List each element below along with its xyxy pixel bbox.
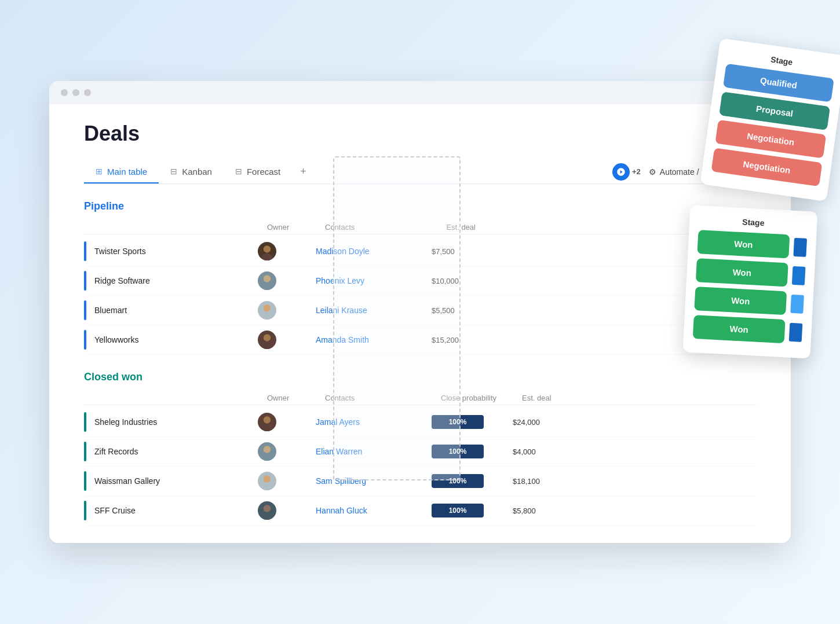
closed-won-title: Closed won bbox=[84, 371, 756, 383]
svg-point-6 bbox=[264, 334, 271, 341]
table-row: Waissman Gallery Sam Spillberg 100% $18,… bbox=[84, 467, 756, 496]
svg-point-10 bbox=[264, 446, 271, 453]
contact-cell[interactable]: Elian Warren bbox=[316, 446, 432, 457]
row-indicator bbox=[84, 330, 86, 350]
closed-table-header: Owner Contacts Close probability Est. de… bbox=[84, 391, 756, 405]
svg-point-4 bbox=[264, 304, 271, 311]
row-indicator-teal bbox=[84, 501, 86, 520]
avatar bbox=[258, 301, 276, 320]
row-indicator bbox=[84, 300, 86, 320]
pipeline-table-header: Owner Contacts Est. deal bbox=[84, 221, 756, 234]
closed-won-section: Closed won Owner Contacts Close probabil… bbox=[84, 371, 756, 526]
svg-point-12 bbox=[264, 475, 271, 482]
kanban-icon: ⊟ bbox=[170, 167, 177, 176]
svg-point-11 bbox=[261, 454, 273, 461]
forecast-icon: ⊟ bbox=[235, 167, 242, 176]
est-deal-cell: $5,800 bbox=[513, 505, 547, 516]
avatar bbox=[258, 331, 276, 349]
browser-dot-green bbox=[84, 89, 91, 96]
row-indicator-teal bbox=[84, 412, 86, 432]
est-deal-cell: $7,500 bbox=[432, 246, 466, 256]
est-deal-cell: $10,000 bbox=[432, 276, 466, 286]
table-row: Twister Sports Madison Doyle $7,500 bbox=[84, 237, 756, 266]
avatar bbox=[258, 242, 276, 260]
won-btn-1[interactable]: Won bbox=[697, 230, 790, 258]
row-indicator bbox=[84, 271, 86, 291]
contact-cell[interactable]: Leilani Krause bbox=[316, 305, 432, 315]
row-name-cell: Yellowworks bbox=[84, 330, 258, 350]
stage-dropdown-top[interactable]: Stage Qualified Proposal Negotiation Neg… bbox=[700, 38, 840, 201]
automate-icon: ⚙ bbox=[649, 167, 656, 177]
tab-forecast[interactable]: ⊟ Forecast bbox=[224, 161, 292, 183]
row-indicator-teal bbox=[84, 471, 86, 491]
svg-point-1 bbox=[261, 254, 273, 260]
probability-cell: 100% bbox=[432, 415, 513, 429]
owner-cell bbox=[258, 301, 316, 320]
page-title: Deals bbox=[84, 122, 756, 146]
contact-cell[interactable]: Amanda Smith bbox=[316, 335, 432, 345]
won-dropdown-label: Stage bbox=[699, 215, 808, 230]
contact-cell[interactable]: Jamal Ayers bbox=[316, 417, 432, 427]
est-deal-cell: $4,000 bbox=[513, 446, 547, 457]
avatar bbox=[258, 501, 276, 520]
owner-cell bbox=[258, 242, 316, 260]
stage-bar-3 bbox=[790, 294, 804, 313]
svg-point-5 bbox=[261, 313, 273, 320]
contact-cell[interactable]: Madison Doyle bbox=[316, 246, 432, 256]
row-name-cell: Ridge Software bbox=[84, 271, 258, 291]
tab-kanban[interactable]: ⊟ Kanban bbox=[159, 161, 224, 183]
badge-blue bbox=[612, 163, 630, 181]
table-icon: ⊞ bbox=[96, 167, 103, 176]
browser-content: Deals ⊞ Main table ⊟ Kanban ⊟ Forecast + bbox=[49, 104, 791, 543]
won-dropdown[interactable]: Stage Won Won Won Won bbox=[683, 205, 818, 358]
owner-cell bbox=[258, 442, 316, 461]
row-name-cell: SFF Cruise bbox=[84, 501, 258, 520]
row-name-cell: Zift Records bbox=[84, 442, 258, 461]
row-name-cell: Twister Sports bbox=[84, 241, 258, 261]
svg-point-13 bbox=[261, 483, 273, 490]
add-tab-button[interactable]: + bbox=[292, 160, 315, 183]
table-row: Zift Records Elian Warren 100% $4,000 bbox=[84, 437, 756, 467]
owner-cell bbox=[258, 501, 316, 520]
pipeline-title: Pipeline bbox=[84, 200, 756, 212]
probability-cell: 100% bbox=[432, 445, 513, 458]
browser-window: Deals ⊞ Main table ⊟ Kanban ⊟ Forecast + bbox=[49, 81, 791, 543]
owner-cell bbox=[258, 472, 316, 490]
won-row-2: Won bbox=[696, 258, 806, 288]
avatar bbox=[258, 271, 276, 290]
table-row: Bluemart Leilani Krause $5,500 bbox=[84, 296, 756, 325]
won-row-4: Won bbox=[693, 315, 803, 344]
won-btn-3[interactable]: Won bbox=[694, 287, 787, 315]
row-name-cell: Sheleg Industries bbox=[84, 412, 258, 432]
table-row: Yellowworks Amanda Smith $15,200 bbox=[84, 325, 756, 355]
table-row: Ridge Software Phoenix Levy $10,000 bbox=[84, 266, 756, 296]
contact-cell[interactable]: Sam Spillberg bbox=[316, 476, 432, 486]
tab-main-table[interactable]: ⊞ Main table bbox=[84, 161, 159, 183]
est-deal-cell: $24,000 bbox=[513, 417, 547, 427]
won-btn-2[interactable]: Won bbox=[696, 258, 788, 287]
svg-point-7 bbox=[261, 342, 273, 349]
stage-bar-4 bbox=[789, 322, 803, 342]
est-deal-cell: $15,200 bbox=[432, 335, 466, 345]
svg-point-14 bbox=[264, 505, 271, 512]
svg-point-2 bbox=[264, 275, 271, 282]
won-row-3: Won bbox=[694, 287, 804, 316]
owner-cell bbox=[258, 271, 316, 290]
avatar bbox=[258, 472, 276, 490]
probability-cell: 100% bbox=[432, 474, 513, 488]
badge-label: +2 bbox=[632, 167, 641, 176]
owner-cell bbox=[258, 331, 316, 349]
contact-cell[interactable]: Phoenix Levy bbox=[316, 276, 432, 286]
avatar bbox=[258, 413, 276, 431]
tabs-bar: ⊞ Main table ⊟ Kanban ⊟ Forecast + +2 bbox=[84, 160, 756, 184]
won-btn-4[interactable]: Won bbox=[693, 315, 786, 343]
svg-point-15 bbox=[261, 513, 273, 520]
stage-bar-1 bbox=[793, 237, 807, 256]
contact-cell[interactable]: Hannah Gluck bbox=[316, 505, 432, 516]
browser-dot-yellow bbox=[72, 89, 79, 96]
pipeline-section: Pipeline Owner Contacts Est. deal Twiste… bbox=[84, 200, 756, 355]
svg-point-0 bbox=[264, 245, 271, 252]
svg-point-8 bbox=[264, 416, 271, 423]
est-deal-cell: $5,500 bbox=[432, 305, 466, 315]
owner-cell bbox=[258, 413, 316, 431]
